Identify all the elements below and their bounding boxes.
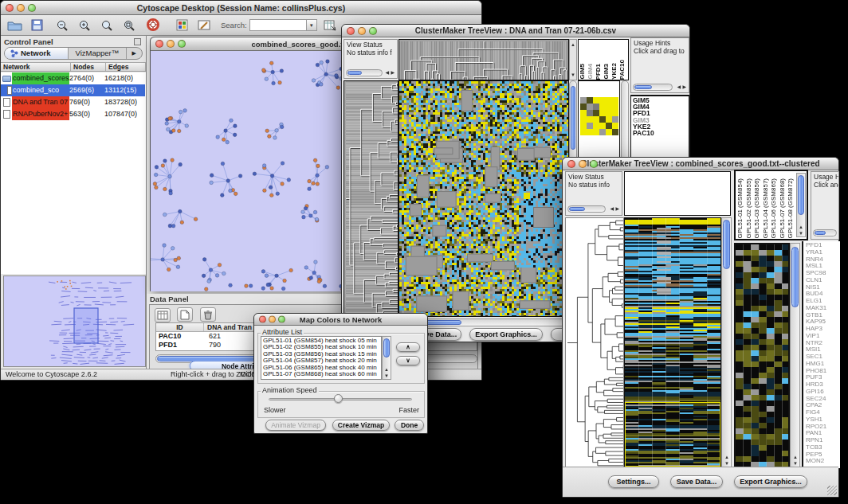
export-graphics-button[interactable]: Export Graphics... bbox=[734, 475, 807, 488]
scrollbar-thumb[interactable] bbox=[383, 338, 390, 357]
network-overview-panel[interactable] bbox=[3, 275, 146, 367]
delete-attribute-icon[interactable] bbox=[200, 307, 216, 322]
new-attribute-icon[interactable] bbox=[177, 307, 193, 322]
minimize-button[interactable] bbox=[269, 316, 276, 323]
scroll-down-arrow[interactable]: ▼ bbox=[384, 373, 389, 378]
zoom-selected-icon[interactable] bbox=[120, 18, 138, 33]
scroll-right-arrow[interactable]: ▶ bbox=[391, 70, 395, 75]
save-session-button[interactable] bbox=[28, 18, 45, 33]
view-status-scrollbar[interactable] bbox=[346, 69, 383, 76]
table-import-icon[interactable] bbox=[322, 18, 340, 33]
pixel-view-scrollbar[interactable]: ▲ ▼ bbox=[790, 243, 800, 468]
float-panel-icon[interactable] bbox=[134, 38, 141, 45]
scrollbar-thumb[interactable] bbox=[571, 86, 575, 150]
scroll-up-arrow[interactable]: ▲ bbox=[799, 225, 803, 229]
window-controls[interactable] bbox=[6, 4, 36, 12]
network-row-combined-scores[interactable]: combined_scores 2764(0) 16218(0) bbox=[1, 72, 145, 84]
done-button[interactable]: Done bbox=[395, 420, 424, 431]
scroll-down-arrow[interactable]: ▼ bbox=[724, 461, 729, 466]
map-colors-dialog[interactable]: Map Colors to Network Attribute List GPL… bbox=[253, 313, 428, 434]
zoom-button[interactable] bbox=[28, 4, 36, 12]
heatmap-vscrollbar[interactable]: ▲ ▼ bbox=[721, 217, 732, 468]
network-row-rnapuber[interactable]: RNAPuberNov2+ 563(0) 107847(0) bbox=[1, 108, 145, 120]
column-dendrogram-canvas[interactable] bbox=[399, 40, 568, 80]
global-pixel-view[interactable] bbox=[734, 243, 790, 468]
minimize-button[interactable] bbox=[167, 40, 175, 48]
col-header-id[interactable]: ID bbox=[156, 323, 204, 331]
scroll-down-arrow[interactable]: ▼ bbox=[793, 461, 798, 466]
scrollbar-thumb[interactable] bbox=[815, 231, 826, 235]
close-button[interactable] bbox=[567, 160, 575, 168]
zoom-out-icon[interactable] bbox=[53, 18, 71, 33]
close-button[interactable] bbox=[6, 4, 14, 12]
scroll-up-arrow[interactable]: ▲ bbox=[724, 455, 729, 459]
select-attributes-icon[interactable] bbox=[155, 308, 171, 322]
treeview1-titlebar[interactable]: ClusterMaker TreeView : DNA and Tran 07-… bbox=[342, 25, 689, 37]
scroll-up-arrow[interactable]: ▲ bbox=[571, 42, 575, 47]
zoom-fit-icon[interactable] bbox=[98, 18, 116, 33]
similarity-matrix-canvas[interactable] bbox=[580, 97, 618, 135]
minimize-button[interactable] bbox=[579, 160, 587, 168]
heatmap-canvas[interactable] bbox=[625, 218, 720, 467]
save-data-button[interactable]: Save Data... bbox=[670, 475, 723, 488]
move-down-button[interactable]: ∨ bbox=[396, 356, 420, 365]
tv2-gene-list[interactable]: PFD1YRA1RNR4MSL1SPC98CLN1NIS1BUD4ELG1MAK… bbox=[802, 241, 840, 468]
row-dendrogram[interactable] bbox=[565, 217, 624, 468]
annotation-icon[interactable] bbox=[195, 18, 213, 33]
scroll-down-arrow[interactable]: ▼ bbox=[571, 72, 575, 77]
gene-label[interactable]: MON2 bbox=[806, 458, 840, 465]
row-dendrogram[interactable] bbox=[344, 80, 398, 317]
scroll-right-arrow[interactable]: ▶ bbox=[615, 206, 619, 211]
scroll-left-arrow[interactable]: ◀ bbox=[677, 84, 681, 89]
network-row-dna-tran[interactable]: DNA and Tran 07 769(0) 183728(0) bbox=[1, 96, 145, 108]
scrollbar-thumb[interactable] bbox=[798, 175, 804, 215]
move-up-button[interactable]: ∧ bbox=[396, 342, 420, 352]
global-pixel-canvas[interactable] bbox=[736, 244, 790, 468]
slider-thumb[interactable] bbox=[334, 394, 343, 403]
heatmap-view[interactable] bbox=[398, 80, 569, 317]
row-dendrogram-canvas[interactable] bbox=[566, 218, 623, 467]
create-vizmap-button[interactable]: Create Vizmap bbox=[332, 420, 390, 431]
row-dendrogram-canvas[interactable] bbox=[344, 81, 398, 316]
usage-hints-scrollbar[interactable] bbox=[813, 229, 837, 236]
search-input[interactable] bbox=[249, 19, 307, 31]
gene-label[interactable]: PAC10 bbox=[633, 130, 689, 136]
scroll-left-arrow[interactable]: ◀ bbox=[610, 206, 614, 211]
tab-overflow-arrow[interactable]: ▶ bbox=[127, 48, 142, 59]
export-graphics-button[interactable]: Export Graphics... bbox=[469, 328, 543, 341]
dialog-titlebar[interactable]: Map Colors to Network bbox=[254, 314, 427, 326]
attribute-list[interactable]: GPL51-01 (GSM854) heat shock 05 minGPL51… bbox=[261, 336, 382, 380]
open-session-button[interactable] bbox=[6, 18, 23, 33]
help-lifering-icon[interactable] bbox=[144, 18, 162, 33]
tab-vizmapper[interactable]: VizMapper™ bbox=[69, 48, 127, 59]
scroll-up-arrow[interactable]: ▲ bbox=[793, 455, 798, 459]
network-overview-canvas[interactable] bbox=[4, 276, 145, 366]
settings-button[interactable]: Settings... bbox=[608, 475, 659, 488]
network-row-combined-sco-selected[interactable]: combined_sco 2569(6) 13112(15) bbox=[1, 84, 145, 96]
scroll-down-arrow[interactable]: ▼ bbox=[799, 231, 803, 236]
vizmapper-grid-icon[interactable] bbox=[173, 18, 190, 33]
column-labels-scrollbar[interactable]: ▲ ▼ bbox=[796, 173, 806, 237]
attribute-item[interactable]: GPL51-07 (GSM868) heat shock 60 min bbox=[263, 371, 379, 377]
close-button[interactable] bbox=[155, 40, 163, 48]
scroll-right-arrow[interactable]: ▶ bbox=[682, 84, 686, 89]
zoom-in-icon[interactable] bbox=[76, 18, 93, 33]
column-dendrogram[interactable] bbox=[398, 39, 569, 80]
scrollbar-thumb[interactable] bbox=[347, 71, 362, 75]
search-dropdown-arrow[interactable]: ▼ bbox=[307, 19, 317, 31]
column-tree-area[interactable] bbox=[624, 171, 731, 216]
zoom-button[interactable] bbox=[590, 160, 598, 168]
main-titlebar[interactable]: Cytoscape Desktop (Session Name: collins… bbox=[1, 1, 481, 15]
scrollbar-thumb[interactable] bbox=[723, 220, 730, 269]
zoom-button[interactable] bbox=[178, 40, 186, 48]
usage-hints-scrollbar[interactable] bbox=[633, 84, 673, 91]
resize-grip[interactable] bbox=[827, 486, 837, 495]
zoom-button[interactable] bbox=[369, 27, 377, 35]
scrollbar-thumb[interactable] bbox=[569, 207, 585, 211]
tab-network[interactable]: Network bbox=[5, 48, 69, 59]
scrollbar-thumb[interactable] bbox=[791, 247, 799, 307]
zoom-button[interactable] bbox=[278, 316, 285, 323]
close-button[interactable] bbox=[259, 316, 266, 323]
heatmap-canvas[interactable] bbox=[399, 81, 568, 316]
heatmap-view[interactable] bbox=[624, 217, 721, 468]
